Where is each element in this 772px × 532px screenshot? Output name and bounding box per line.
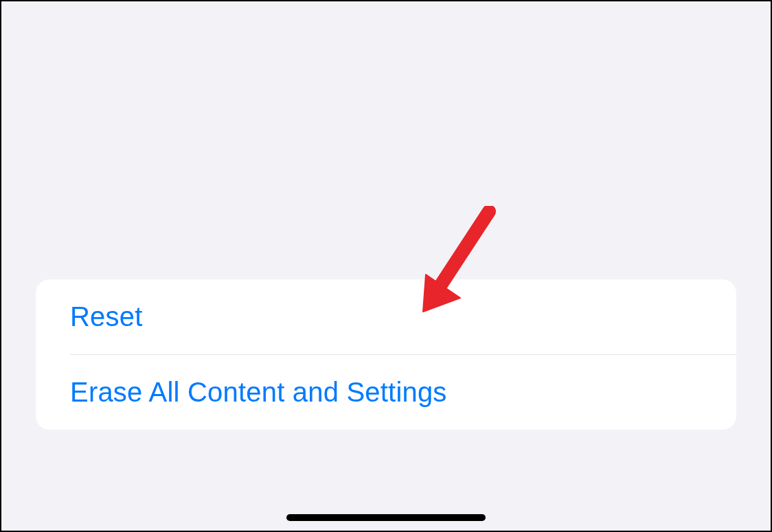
erase-all-row[interactable]: Erase All Content and Settings [36, 355, 736, 430]
home-indicator[interactable] [286, 514, 486, 521]
reset-row[interactable]: Reset [36, 279, 736, 354]
settings-group: Reset Erase All Content and Settings [36, 279, 736, 430]
svg-line-0 [440, 211, 489, 287]
erase-all-label: Erase All Content and Settings [70, 377, 447, 407]
reset-label: Reset [70, 301, 143, 332]
